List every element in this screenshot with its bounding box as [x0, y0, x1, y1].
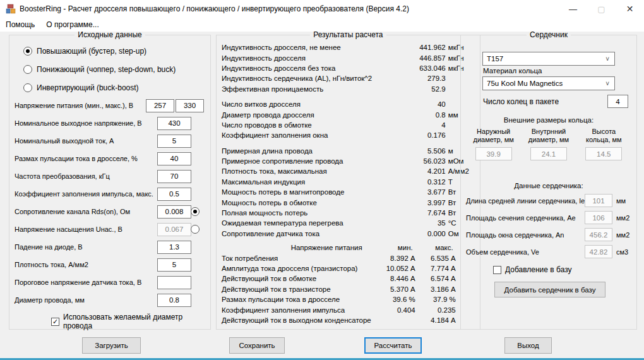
menu-about[interactable]: О программе...: [40, 18, 104, 32]
supply-voltage-min-input[interactable]: [146, 99, 174, 112]
supply-row-max: 6.535 А: [415, 255, 456, 262]
rings-count-label: Число колец в пакете: [483, 97, 559, 106]
result-label: Примерное сопротивление провода: [222, 157, 402, 165]
current-density-input[interactable]: [157, 258, 191, 272]
result-value: 4: [402, 121, 446, 129]
results-block-3: Примерная длина провода 5.506 м Примерно…: [222, 146, 474, 239]
supply-row-min: 5.370 А: [371, 285, 415, 293]
output-current-input[interactable]: [157, 135, 191, 148]
radio-step-down[interactable]: Понижающий (чоппер, step-down, buck): [15, 60, 204, 78]
col-label: кольца, мм: [576, 136, 631, 144]
core-data-row: Объем сердечника, Ve см3: [466, 243, 633, 260]
core-data-unit: мм2: [612, 231, 633, 239]
row-wire-diameter: Диаметр провода, мм: [15, 291, 204, 309]
radio-buck-boost[interactable]: Инвертирующий (buck-boost): [15, 78, 204, 97]
core-data-label: Площадь окна сердечника, Аn: [466, 231, 585, 239]
frequency-input[interactable]: [157, 170, 191, 183]
supply-voltage-max-input[interactable]: [176, 99, 204, 112]
usat-input: [157, 223, 191, 236]
field-label: Напряжение питания (мин., макс.), В: [15, 102, 146, 109]
result-row: Полная мощность потерь 7.674 Вт: [222, 208, 474, 218]
group-core: Сердечник T157 ˅ Материал кольца 75u Koo…: [460, 30, 637, 330]
supply-row-label: Коэффициент заполнения импульса: [222, 306, 371, 314]
use-wire-diameter-checkbox[interactable]: ✓ Использовать желаемый диаметр провода: [51, 313, 204, 330]
supply-table-header: Напряжение питания мин. макс.: [222, 243, 474, 253]
core-select[interactable]: T157 ˅: [482, 52, 615, 66]
supply-header-max: макс.: [415, 244, 456, 251]
result-label: Эффективная проницаемость: [222, 85, 402, 93]
supply-row-label: Амплитуда тока дросселя (транзистора): [222, 265, 371, 272]
supply-table: Ток потребления 8.392 А 6.535 А Амплитуд…: [222, 253, 474, 325]
outer-diameter-col: Наружный диаметр, мм: [466, 128, 521, 160]
rds-on-input[interactable]: [157, 205, 191, 219]
supply-row-label: Действующий ток в обмотке: [222, 275, 371, 282]
result-row: Мощность потерь в обмотке 3.997 Вт: [222, 197, 474, 207]
result-value: 35: [402, 219, 446, 227]
title-bar: BoosterRing - Расчет дросселя повышающег…: [0, 0, 644, 18]
sensor-threshold-input[interactable]: [157, 276, 191, 289]
core-an-input: [585, 228, 612, 241]
core-data-row: Площадь сечения сердечника, Ае мм2: [466, 209, 633, 226]
result-label: Индуктивность дросселя: [222, 54, 402, 62]
row-output-voltage: Номинальное выходное напряжение, В: [15, 114, 204, 132]
result-label: Индуктивность дросселя, не менее: [222, 44, 402, 51]
checkbox-icon: ✓: [51, 318, 59, 326]
inner-diameter-input: [530, 147, 567, 160]
core-data-unit: мм2: [612, 214, 633, 222]
minimize-button[interactable]: —: [559, 0, 587, 18]
result-label: Мощность потерь в обмотке: [222, 199, 402, 207]
row-supply-voltage: Напряжение питания (мин., макс.), В: [15, 97, 204, 114]
duty-cycle-input[interactable]: [157, 188, 191, 201]
core-ve-input: [585, 245, 612, 258]
add-to-db-checkbox[interactable]: Добавление в базу: [493, 265, 572, 274]
result-label: Ожидаемая температура перегрева: [222, 219, 402, 227]
row-frequency: Частота преобразования, кГц: [15, 167, 204, 185]
col-label: диаметр, мм: [521, 136, 576, 144]
result-value: 52.9: [402, 85, 446, 93]
close-button[interactable]: ✕: [616, 0, 644, 18]
checkbox-label: Использовать желаемый диаметр провода: [63, 313, 204, 330]
supply-row-min: 8.446 А: [371, 275, 415, 282]
col-label: Наружный: [466, 128, 521, 136]
chevron-down-icon: ˅: [605, 80, 614, 87]
field-label: Номинальный выходной ток, А: [15, 137, 157, 145]
load-button[interactable]: Загрузить: [82, 337, 141, 354]
supply-row-label: Действующий ток в транзисторе: [222, 285, 371, 293]
exit-button[interactable]: Выход: [504, 337, 552, 354]
core-data-title: Данные сердечника:: [461, 182, 636, 189]
rds-on-radio[interactable]: [191, 207, 200, 216]
calculate-button[interactable]: Рассчитать: [364, 337, 422, 354]
core-select-value: T157: [487, 55, 503, 63]
result-row: Индуктивность сердечника (AL), нГн/виток…: [222, 73, 474, 83]
core-data-row: Длина средней линии сердечника, le мм: [466, 192, 633, 209]
results-block-1: Индуктивность дросселя, не менее 441.962…: [222, 42, 474, 94]
supply-header-label: Напряжение питания: [222, 244, 371, 251]
supply-header-min: мин.: [371, 244, 415, 251]
result-value: 446.857: [402, 54, 446, 62]
result-label: Число витков дросселя: [222, 100, 402, 108]
material-select[interactable]: 75u Kool Mu Magnetics ˅: [482, 76, 615, 90]
diode-drop-input[interactable]: [157, 241, 191, 254]
radio-icon: [23, 47, 32, 56]
supply-row-label: Действующий ток в выходном конденсаторе: [222, 316, 371, 324]
results-block-2: Число витков дросселя 40 Диаметр провода…: [222, 99, 474, 141]
inner-diameter-col: Внутрнний диаметр, мм: [521, 128, 576, 160]
menu-bar: Помощь О программе...: [0, 18, 644, 32]
output-voltage-input[interactable]: [157, 117, 191, 130]
usat-radio[interactable]: [191, 225, 200, 234]
result-row: Сопротивление датчика тока 0.000 Ом: [222, 229, 474, 239]
add-core-button[interactable]: Добавить сердечник в базу: [494, 282, 605, 297]
ripple-input[interactable]: [157, 152, 191, 165]
menu-help[interactable]: Помощь: [0, 18, 40, 32]
supply-row-min: 10.052 А: [371, 265, 415, 272]
rings-count-input[interactable]: [607, 95, 628, 108]
result-row: Максимальная индукция 0.312 Т: [222, 177, 474, 187]
save-button[interactable]: Сохранить: [229, 337, 285, 354]
supply-row-max: 7.774 А: [415, 265, 456, 272]
result-row: Индуктивность дросселя 446.857 мкГн: [222, 52, 474, 63]
ring-height-input: [585, 147, 622, 160]
group-results: Результаты расчета Индуктивность дроссел…: [216, 30, 480, 330]
result-value: 3.997: [402, 199, 446, 207]
radio-step-up[interactable]: Повышающий (бустер, step-up): [15, 42, 204, 60]
wire-diameter-input[interactable]: [157, 294, 191, 307]
